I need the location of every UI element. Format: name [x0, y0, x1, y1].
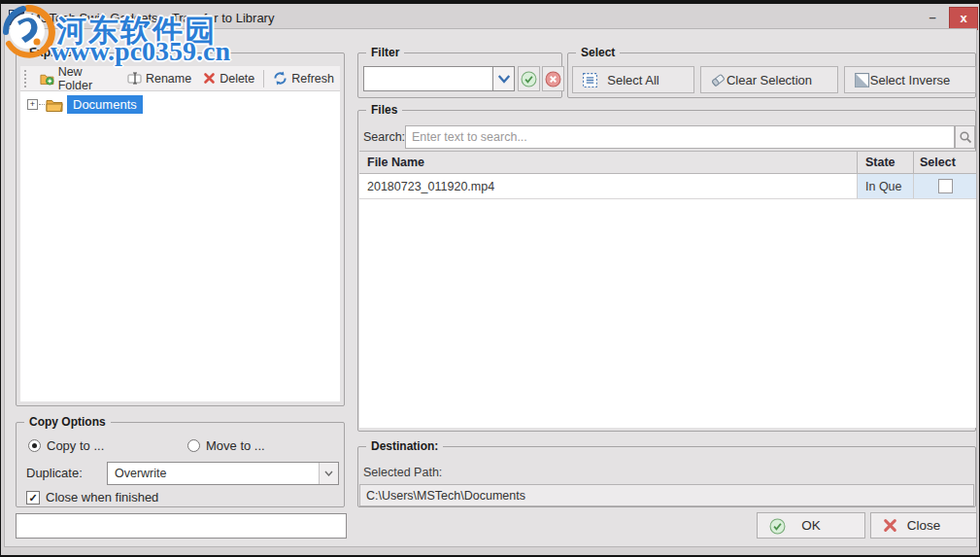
ok-button[interactable]: OK	[757, 512, 865, 539]
select-inverse-button[interactable]: Select Inverse	[844, 66, 976, 93]
filter-input[interactable]	[363, 66, 492, 91]
copy-to-label: Copy to ...	[47, 438, 104, 453]
select-group: Select Select All Clear Selection Se	[567, 52, 976, 98]
refresh-button[interactable]: Refresh	[267, 68, 340, 88]
select-inverse-icon	[854, 72, 870, 88]
refresh-icon	[273, 71, 287, 86]
x-circle-icon	[545, 71, 561, 87]
filter-group: Filter	[357, 52, 562, 98]
checkbox-checked-icon: ✓	[26, 491, 40, 505]
selected-path-label: Selected Path:	[363, 466, 442, 479]
duplicate-value: Overwrite	[115, 467, 166, 480]
duplicate-label: Duplicate:	[26, 466, 83, 480]
cell-state: In Que	[858, 174, 914, 198]
close-when-finished-checkbox[interactable]: ✓ Close when finished	[26, 490, 158, 505]
ok-check-icon	[769, 518, 786, 535]
clear-selection-label: Clear Selection	[727, 73, 812, 87]
window-close-button[interactable]: x	[949, 7, 978, 30]
folder-icon	[46, 98, 63, 112]
new-folder-label: New Folder	[58, 65, 116, 92]
select-all-button[interactable]: Select All	[572, 66, 694, 93]
close-label: Close	[907, 518, 941, 533]
search-icon	[959, 130, 972, 144]
chevron-down-icon	[497, 73, 511, 85]
select-all-icon	[582, 72, 598, 88]
combo-chevron-icon	[319, 463, 338, 484]
close-when-finished-label: Close when finished	[46, 490, 158, 505]
new-folder-icon	[40, 72, 54, 86]
cell-file-name: 20180723_011920.mp4	[359, 174, 858, 198]
row-select-checkbox[interactable]	[938, 179, 953, 193]
tree-connector	[39, 104, 45, 105]
select-inverse-label: Select Inverse	[870, 73, 950, 87]
rename-button[interactable]: Rename	[121, 68, 197, 88]
move-to-label: Move to ...	[206, 438, 265, 453]
filter-clear-button[interactable]	[542, 66, 564, 91]
move-to-radio[interactable]: Move to ...	[187, 438, 265, 453]
tree-node-label: Documents	[67, 95, 143, 114]
titlebar: MSTech Swift Gadgets » Transfer to Libra…	[1, 1, 979, 28]
delete-button[interactable]: Delete	[197, 69, 260, 88]
folder-tree: + Documents	[20, 91, 340, 401]
refresh-label: Refresh	[291, 72, 334, 86]
toolbar-separator	[263, 70, 264, 87]
explorer-toolbar: New Folder Rename Delete	[20, 66, 340, 91]
selected-path-field[interactable]: C:\Users\MSTech\Documents	[359, 484, 974, 506]
tree-node-documents[interactable]: + Documents	[27, 95, 143, 114]
transfer-to-library-window: MSTech Swift Gadgets » Transfer to Libra…	[0, 0, 980, 557]
ok-label: OK	[801, 518, 821, 533]
window-title: MSTech Swift Gadgets » Transfer to Libra…	[30, 11, 274, 25]
copy-options-group: Copy Options Copy to ... Move to ... Dup…	[16, 422, 345, 507]
select-all-label: Select All	[607, 73, 659, 87]
search-button[interactable]	[955, 125, 975, 149]
radio-selected-icon	[28, 439, 41, 452]
search-input[interactable]	[405, 125, 955, 149]
cell-select	[914, 174, 976, 198]
new-folder-button[interactable]: New Folder	[34, 62, 121, 95]
clear-selection-button[interactable]: Clear Selection	[700, 66, 838, 93]
minimize-button[interactable]: –	[922, 12, 943, 26]
radio-unselected-icon	[187, 439, 200, 452]
status-textbox	[16, 513, 347, 539]
column-header-select[interactable]: Select	[914, 152, 976, 173]
filter-dropdown-button[interactable]	[492, 66, 515, 91]
destination-group-title: Destination:	[366, 439, 443, 453]
delete-icon	[203, 72, 216, 85]
duplicate-combobox[interactable]: Overwrite	[107, 462, 339, 485]
check-circle-icon	[521, 71, 537, 87]
delete-label: Delete	[220, 72, 254, 86]
close-x-icon	[883, 518, 897, 533]
files-group: Files Search: File Name State Select 201…	[357, 110, 976, 432]
copy-options-group-title: Copy Options	[24, 415, 111, 429]
files-table: File Name State Select 20180723_011920.m…	[359, 151, 976, 428]
filter-apply-button[interactable]	[518, 66, 540, 91]
toolbar-grip[interactable]	[24, 70, 29, 87]
table-row[interactable]: 20180723_011920.mp4 In Que	[359, 174, 976, 199]
column-header-file-name[interactable]: File Name	[359, 152, 858, 173]
rename-icon	[127, 71, 142, 86]
rename-label: Rename	[146, 72, 191, 86]
app-icon	[9, 10, 24, 25]
copy-to-radio[interactable]: Copy to ...	[28, 438, 104, 453]
select-group-title: Select	[576, 46, 620, 59]
tree-expander-icon[interactable]: +	[27, 99, 38, 110]
files-table-header: File Name State Select	[359, 152, 976, 174]
eraser-icon	[710, 72, 727, 88]
files-group-title: Files	[366, 103, 402, 117]
explorer-group-title: Explorer	[24, 46, 82, 59]
explorer-group: Explorer New Folder Rename	[16, 52, 345, 406]
search-label: Search:	[363, 130, 405, 144]
filter-group-title: Filter	[366, 46, 404, 59]
destination-group: Destination: Selected Path: C:\Users\MST…	[357, 446, 976, 507]
close-button[interactable]: Close	[870, 512, 977, 539]
column-header-state[interactable]: State	[858, 152, 914, 173]
